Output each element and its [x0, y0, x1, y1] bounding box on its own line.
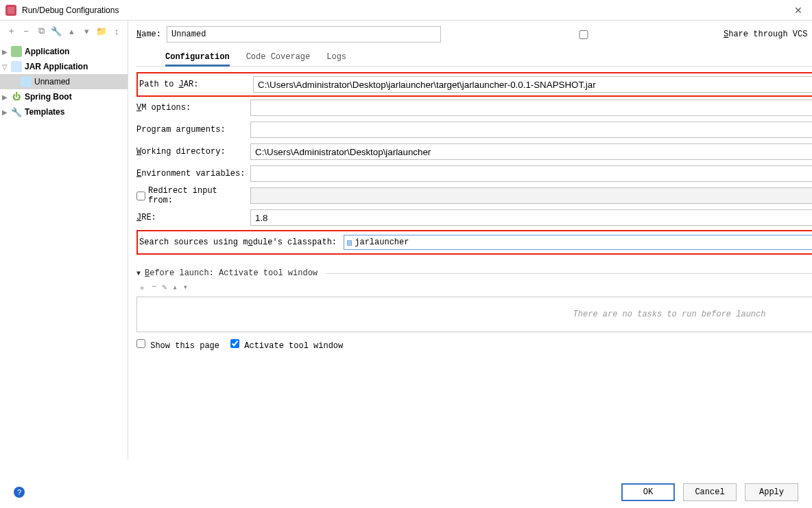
apply-button[interactable]: Apply — [745, 483, 798, 501]
sidebar: ＋ − ⧉ 🔧 ▴ ▾ 📁 ↕ ▶ Application ▽ JAR Appl… — [0, 21, 128, 460]
chevron-down-icon[interactable]: ▼ — [136, 270, 141, 277]
vm-options-input[interactable] — [250, 100, 812, 116]
show-this-page-checkbox[interactable]: Show this page — [136, 339, 219, 351]
spring-icon: ⏻ — [11, 91, 22, 102]
ok-button[interactable]: OK — [621, 483, 675, 501]
remove-icon[interactable]: − — [21, 26, 32, 36]
share-vcs-checkbox[interactable]: Share through VCS — [446, 30, 807, 39]
vm-options-label: VM options: — [136, 103, 246, 113]
config-tree: ▶ Application ▽ JAR Application ▶▶ Unnam… — [0, 41, 128, 460]
working-dir-input[interactable] — [250, 143, 812, 160]
chevron-right-icon: ▶ — [0, 108, 10, 116]
path-jar-label: Path to JAR: — [139, 80, 249, 89]
tree-item-unnamed[interactable]: ▶▶ Unnamed — [0, 74, 128, 89]
working-dir-label: Working directory: — [136, 147, 246, 157]
window-title: Run/Debug Configurations — [22, 5, 119, 15]
path-jar-input[interactable] — [253, 76, 812, 93]
cancel-button[interactable]: Cancel — [683, 483, 737, 501]
up-icon[interactable]: ▴ — [66, 26, 77, 36]
close-icon[interactable]: ✕ — [790, 5, 807, 16]
tab-logs[interactable]: Logs — [326, 49, 346, 67]
module-icon: ▧ — [344, 238, 355, 248]
remove-icon[interactable]: − — [152, 282, 156, 294]
module-select[interactable]: jarlauncher — [355, 235, 812, 249]
before-launch-tasks: There are no tasks to run before launch — [136, 297, 812, 332]
help-icon[interactable]: ? — [14, 487, 25, 498]
app-icon — [5, 5, 16, 16]
tab-code-coverage[interactable]: Code Coverage — [246, 49, 311, 67]
tab-configuration[interactable]: Configuration — [165, 49, 230, 67]
tree-item-jar-application[interactable]: ▽ JAR Application — [0, 59, 128, 74]
search-highlight-box: Search sources using module's classpath:… — [136, 230, 812, 255]
config-icon — [21, 76, 32, 87]
chevron-right-icon: ▶ — [0, 93, 10, 101]
env-vars-input[interactable] — [250, 165, 812, 182]
chevron-down-icon: ▽ — [0, 63, 10, 71]
copy-icon[interactable]: ⧉ — [36, 25, 47, 36]
wrench-icon[interactable]: 🔧 — [51, 26, 62, 36]
right-panel: Name: Share through VCS ? Allow parallel… — [128, 21, 812, 460]
add-icon[interactable]: ＋ — [5, 25, 16, 37]
tree-item-templates[interactable]: ▶ 🔧 Templates — [0, 104, 128, 119]
wrench-icon: 🔧 — [11, 106, 22, 117]
name-label: Name: — [136, 30, 161, 39]
jre-input[interactable] — [250, 209, 812, 226]
down-icon[interactable]: ▾ — [183, 282, 188, 294]
redirect-input-label: Redirect input from: — [136, 186, 246, 205]
tree-item-spring-boot[interactable]: ▶ ⏻ Spring Boot — [0, 89, 128, 104]
folder-icon[interactable]: 📁 — [96, 26, 107, 36]
add-icon[interactable]: ＋ — [138, 282, 146, 294]
dialog-footer: ? OK Cancel Apply — [0, 476, 812, 508]
sort-icon[interactable]: ↕ — [111, 26, 122, 36]
jre-label: JRE: — [136, 213, 246, 222]
jar-icon — [11, 61, 22, 72]
up-icon[interactable]: ▴ — [172, 282, 177, 294]
tree-item-application[interactable]: ▶ Application — [0, 44, 128, 59]
redirect-checkbox[interactable] — [136, 192, 145, 200]
redirect-input — [250, 187, 812, 204]
chevron-right-icon: ▶ — [0, 48, 10, 56]
path-highlight-box: Path to JAR: 📁 — [136, 72, 812, 97]
application-icon — [11, 46, 22, 57]
down-icon[interactable]: ▾ — [81, 26, 92, 36]
name-input[interactable] — [167, 26, 441, 43]
edit-icon[interactable]: ✎ — [162, 282, 167, 294]
search-sources-label: Search sources using module's classpath: — [139, 238, 339, 247]
tabs: Configuration Code Coverage Logs 选择maven… — [136, 49, 812, 67]
title-bar: Run/Debug Configurations ✕ — [0, 0, 812, 21]
program-args-label: Program arguments: — [136, 125, 246, 135]
before-launch-title: Before launch: Activate tool window — [145, 268, 318, 278]
activate-tool-window-checkbox[interactable]: Activate tool window — [230, 339, 343, 351]
env-vars-label: Environment variables: — [136, 169, 246, 178]
sidebar-toolbar: ＋ − ⧉ 🔧 ▴ ▾ 📁 ↕ — [0, 21, 128, 41]
program-args-input[interactable] — [250, 122, 812, 138]
